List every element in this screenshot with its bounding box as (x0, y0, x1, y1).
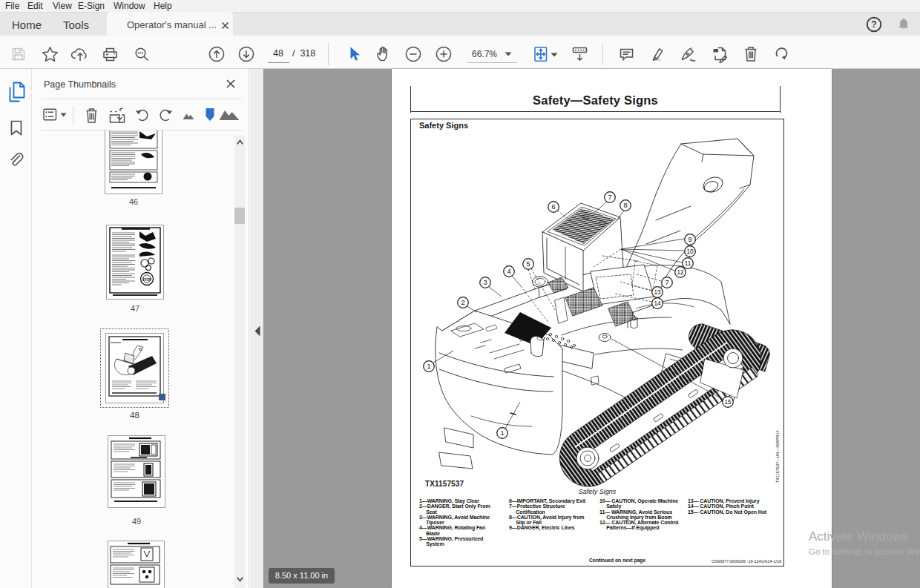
svg-text:11: 11 (685, 260, 691, 267)
svg-text:3: 3 (483, 279, 487, 286)
svg-text:13: 13 (654, 288, 661, 296)
svg-text:1: 1 (500, 429, 504, 437)
svg-text:12: 12 (677, 268, 684, 276)
svg-text:6: 6 (551, 203, 555, 211)
svg-text:4: 4 (507, 268, 510, 275)
svg-text:14: 14 (654, 300, 661, 307)
svg-text:7: 7 (665, 279, 668, 286)
svg-text:STOP: STOP (142, 278, 151, 282)
svg-text:8: 8 (623, 202, 627, 209)
svg-text:15: 15 (724, 398, 732, 406)
svg-text:2: 2 (461, 299, 464, 306)
svg-text:1: 1 (427, 363, 430, 370)
svg-text:5: 5 (526, 260, 530, 268)
svg-text:10: 10 (686, 248, 694, 255)
svg-text:9: 9 (688, 236, 691, 243)
svg-text:7: 7 (608, 194, 611, 201)
svg-text:?: ? (871, 19, 876, 30)
